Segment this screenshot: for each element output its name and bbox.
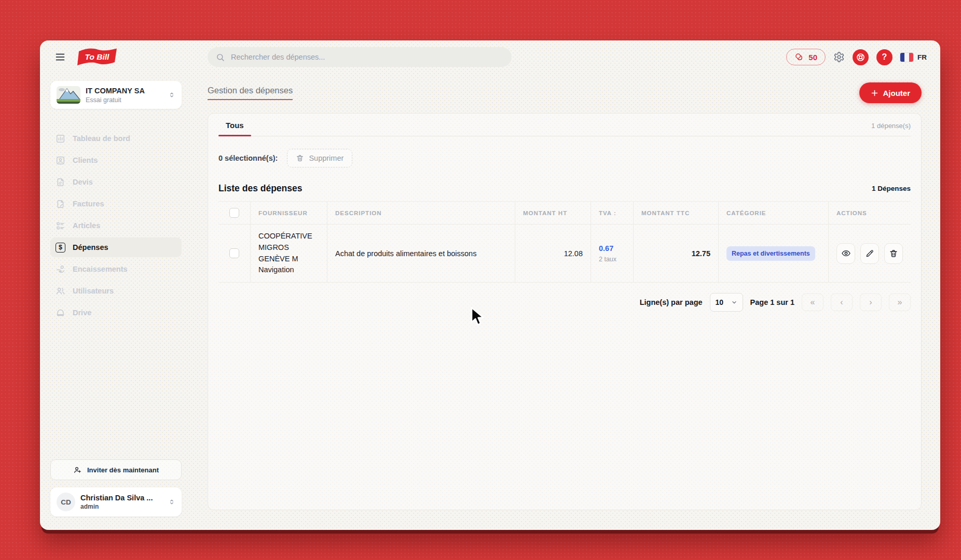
user-plus-icon [73, 466, 82, 474]
last-page-button[interactable]: » [889, 293, 911, 311]
sidebar-item-label: Articles [73, 221, 100, 230]
col-header-fournisseur: FOURNISSEUR [251, 202, 327, 225]
add-button-label: Ajouter [883, 89, 911, 97]
cell-montant-ht: 12.08 [515, 225, 591, 283]
invite-button-label: Inviter dès maintenant [87, 466, 159, 474]
company-plan: Essai gratuit [86, 96, 145, 104]
col-header-categorie: CATÉGORIE [719, 202, 829, 225]
expenses-panel: Tous 1 dépense(s) 0 sélectionné(s): Supp… [208, 113, 922, 510]
col-header-tva: TVA : [591, 202, 634, 225]
brand-logo[interactable]: To Bill [74, 46, 120, 68]
company-name: IT COMPANY SA [86, 87, 145, 95]
selection-count-label: 0 sélectionné(s): [218, 154, 278, 162]
expenses-icon: $ [56, 243, 65, 253]
lifebuoy-icon [856, 52, 866, 62]
tab-tous[interactable]: Tous [218, 121, 251, 136]
chevrons-up-down-icon [168, 91, 175, 99]
sidebar-item-articles[interactable]: Articles [50, 216, 182, 235]
sidebar-spacer [50, 323, 182, 459]
cell-montant-ttc: 12.75 [634, 225, 719, 283]
drive-icon [56, 308, 65, 318]
app-body: IT COMPANY SA Essai gratuit Tableau de b… [40, 74, 940, 530]
edit-button[interactable] [860, 243, 879, 264]
tva-note: 2 taux [599, 256, 616, 263]
eye-icon [841, 248, 851, 258]
credits-count: 50 [808, 53, 817, 62]
search-input[interactable] [230, 52, 503, 62]
tva-value-link[interactable]: 0.67 [599, 244, 613, 253]
first-page-button[interactable]: « [802, 293, 823, 311]
sidebar-item-drive[interactable]: Drive [50, 303, 182, 323]
sidebar-item-utilisateurs[interactable]: Utilisateurs [50, 281, 182, 301]
coins-icon [794, 52, 804, 62]
main-content: Gestion des dépenses Ajouter Tous 1 dépe… [208, 74, 940, 530]
list-header: Liste des dépenses 1 Dépenses [218, 183, 911, 194]
list-count: 1 Dépenses [872, 185, 911, 192]
sidebar-item-devis[interactable]: Devis [50, 172, 182, 192]
bulk-delete-button[interactable]: Supprimer [287, 149, 352, 167]
sidebar-item-depenses[interactable]: $ Dépenses [50, 237, 182, 257]
sidebar-item-label: Encaissements [73, 265, 128, 273]
help-button[interactable]: ? [876, 49, 893, 65]
col-header-description: DESCRIPTION [327, 202, 515, 225]
document-icon [56, 177, 65, 187]
user-name: Christian Da Silva ... [80, 494, 153, 502]
view-button[interactable] [836, 243, 855, 264]
language-selector[interactable]: FR [900, 53, 927, 62]
chevron-down-icon [731, 299, 737, 305]
row-checkbox[interactable] [229, 248, 239, 258]
hand-coins-icon [56, 264, 65, 274]
row-select-cell [218, 225, 251, 283]
sidebar-nav: Tableau de bord Clients Devis Factures A… [50, 129, 182, 323]
col-header-actions: ACTIONS [829, 202, 911, 225]
rows-per-page-value: 10 [716, 298, 724, 306]
bulk-delete-label: Supprimer [309, 154, 344, 162]
page-status: Page 1 sur 1 [750, 298, 794, 306]
main-header: Gestion des dépenses Ajouter [208, 81, 922, 105]
next-page-button[interactable]: › [860, 293, 882, 311]
topbar-actions: 50 ? FR [786, 49, 927, 65]
desktop: { "topbar": { "brand": "To Bill", "searc… [0, 0, 961, 560]
rows-per-page-label: Ligne(s) par page [640, 298, 703, 306]
company-selector[interactable]: IT COMPANY SA Essai gratuit [50, 81, 182, 109]
cell-actions [829, 225, 911, 283]
french-flag-icon [900, 53, 913, 62]
invite-button[interactable]: Inviter dès maintenant [50, 459, 182, 480]
brand-logo-text: To Bill [85, 52, 109, 61]
prev-page-button[interactable]: ‹ [831, 293, 853, 311]
trash-icon [889, 249, 898, 258]
pencil-icon [865, 249, 874, 258]
users-icon [56, 286, 65, 296]
sidebar-item-encaissements[interactable]: Encaissements [50, 259, 182, 279]
sidebar-item-dashboard[interactable]: Tableau de bord [50, 129, 182, 148]
select-all-checkbox[interactable] [229, 208, 239, 218]
question-mark-icon: ? [882, 52, 887, 62]
sidebar-item-clients[interactable]: Clients [50, 150, 182, 170]
cell-fournisseur: COOPÉRATIVE MIGROS GENÈVE M Navigation [251, 225, 327, 283]
rows-per-page-select[interactable]: 10 [710, 293, 743, 312]
search-icon [216, 53, 225, 62]
list-title: Liste des dépenses [218, 183, 302, 194]
topbar-left: To Bill [40, 46, 208, 68]
credits-badge[interactable]: 50 [786, 49, 826, 65]
sidebar-item-factures[interactable]: Factures [50, 194, 182, 214]
plus-icon [871, 89, 878, 97]
sidebar-item-label: Dépenses [73, 243, 108, 251]
category-badge: Repas et divertissements [726, 246, 815, 261]
topbar: To Bill 50 [40, 40, 940, 74]
language-code: FR [917, 53, 927, 61]
delete-row-button[interactable] [884, 243, 903, 264]
company-avatar [57, 86, 80, 104]
select-all-header [218, 202, 251, 225]
app-window: To Bill 50 [40, 40, 940, 530]
invoice-icon [56, 199, 65, 209]
search-bar[interactable] [208, 47, 512, 67]
hamburger-menu-icon[interactable] [54, 51, 66, 63]
tabs-row: Tous 1 dépense(s) [218, 121, 911, 136]
add-expense-button[interactable]: Ajouter [859, 82, 922, 103]
user-menu[interactable]: CD Christian Da Silva ... admin [50, 487, 182, 516]
gear-icon[interactable] [833, 51, 845, 63]
support-button[interactable] [853, 49, 869, 65]
expense-count: 1 dépense(s) [871, 122, 911, 136]
sidebar-item-label: Devis [73, 178, 93, 186]
